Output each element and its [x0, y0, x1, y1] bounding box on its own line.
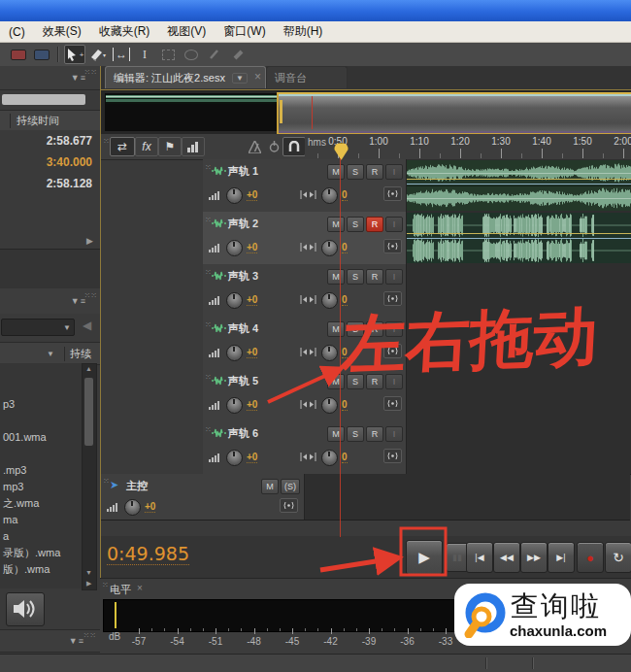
- master-track-header[interactable]: ⁙ ➤ 主控 M (S) +0: [101, 474, 305, 520]
- pan-value[interactable]: 0: [342, 242, 348, 253]
- volume-knob[interactable]: [226, 187, 243, 204]
- scroll-up-icon[interactable]: ▲: [85, 365, 92, 372]
- menu-item-1[interactable]: 效果(S): [34, 23, 90, 40]
- file-list-item[interactable]: [0, 446, 82, 462]
- solo-button[interactable]: S: [347, 426, 364, 442]
- mute-button[interactable]: M: [327, 217, 345, 232]
- solo-button[interactable]: S: [347, 269, 364, 285]
- input-monitor-button[interactable]: I: [385, 426, 403, 442]
- file-list-item[interactable]: 版）.wma: [0, 561, 82, 578]
- track-lane[interactable]: [407, 212, 631, 264]
- pan-knob[interactable]: [321, 397, 338, 414]
- lasso-tool-button[interactable]: [181, 45, 202, 64]
- preview-play-button[interactable]: [6, 592, 45, 626]
- stream-output-icon[interactable]: [383, 396, 402, 411]
- razor-tool-button[interactable]: ▾: [87, 45, 109, 64]
- pan-knob[interactable]: [321, 240, 338, 256]
- file-list-item[interactable]: p3: [0, 396, 82, 413]
- panel-grip-icon[interactable]: ⁙: [102, 584, 109, 588]
- file-list-item[interactable]: [0, 363, 82, 380]
- pan-knob[interactable]: [321, 345, 338, 361]
- duration-value[interactable]: 3:40.000: [0, 151, 100, 173]
- track-header[interactable]: ⁙ 声轨 1 M S R I +0 0: [203, 159, 407, 212]
- pan-value[interactable]: 0: [342, 189, 348, 201]
- arm-record-button[interactable]: R: [366, 217, 383, 232]
- move-tool-button[interactable]: +: [64, 45, 85, 64]
- master-track-lane[interactable]: [305, 474, 630, 520]
- audio-clip[interactable]: [407, 160, 631, 211]
- track-drag-handle[interactable]: ⁙: [205, 323, 212, 327]
- scrollbar-thumb[interactable]: [84, 378, 93, 446]
- scroll-down-icon[interactable]: ▼: [85, 569, 92, 576]
- file-list-scrollbar[interactable]: ▲ ▼ ▶: [82, 363, 97, 590]
- slip-tool-button[interactable]: ↔: [111, 45, 132, 64]
- menu-item-0[interactable]: (C): [0, 25, 34, 39]
- file-list-item[interactable]: [0, 380, 82, 396]
- navigator-range-box[interactable]: [277, 92, 631, 135]
- input-monitor-button[interactable]: I: [385, 269, 403, 285]
- range-left-handle[interactable]: [280, 100, 282, 123]
- close-icon[interactable]: ×: [254, 70, 261, 84]
- track-header[interactable]: ⁙ 声轨 2 M S R I +0 0: [203, 212, 407, 264]
- arm-record-button[interactable]: R: [366, 269, 383, 285]
- window-title-bar[interactable]: [0, 0, 631, 21]
- punch-record-icon[interactable]: [263, 137, 284, 156]
- track-name[interactable]: 声轨 3: [228, 269, 258, 284]
- files-filter-dropdown[interactable]: ▼: [1, 319, 75, 336]
- multitrack-view-button[interactable]: [31, 45, 52, 64]
- h-scrollbar-thumb[interactable]: [2, 94, 85, 105]
- rewind-button[interactable]: ◀◀: [493, 542, 520, 573]
- waveform-view-button[interactable]: [8, 45, 29, 64]
- file-list-item[interactable]: [0, 413, 82, 429]
- panel-grip-icon[interactable]: ⁙⁙: [84, 294, 97, 298]
- track-header[interactable]: ⁙ 声轨 6 M S R I +0 0: [203, 421, 407, 474]
- solo-button[interactable]: S: [347, 164, 364, 180]
- track-name[interactable]: 声轨 4: [228, 321, 258, 336]
- track-drag-handle[interactable]: ⁙: [205, 166, 212, 170]
- sends-button[interactable]: ⚑: [158, 137, 182, 156]
- file-list-item[interactable]: a: [0, 528, 82, 545]
- track-drag-handle[interactable]: ⁙: [103, 480, 110, 484]
- volume-value[interactable]: +0: [247, 399, 257, 411]
- paintbrush-tool-button[interactable]: [204, 45, 225, 64]
- file-list-item[interactable]: 001.wma: [0, 429, 82, 446]
- solo-safe-button[interactable]: (S): [281, 479, 300, 494]
- playhead-line[interactable]: [340, 158, 341, 537]
- track-drag-handle[interactable]: ⁙: [205, 428, 212, 432]
- arm-record-button[interactable]: R: [366, 164, 383, 180]
- volume-value[interactable]: +0: [145, 501, 155, 513]
- menu-item-4[interactable]: 窗口(W): [215, 23, 274, 40]
- stream-output-icon[interactable]: [383, 186, 402, 201]
- record-button[interactable]: ●: [577, 542, 604, 573]
- close-icon[interactable]: ×: [137, 583, 143, 593]
- stream-output-icon[interactable]: [280, 498, 298, 513]
- back-arrow-icon[interactable]: ◀: [83, 319, 91, 332]
- eq-button[interactable]: [182, 137, 205, 156]
- volume-knob[interactable]: [226, 292, 243, 309]
- track-name[interactable]: 声轨 1: [228, 164, 258, 179]
- file-list-item[interactable]: mp3: [0, 479, 82, 495]
- play-button[interactable]: ▶: [406, 540, 443, 575]
- track-name[interactable]: 声轨 2: [228, 217, 258, 231]
- panel-grip-icon[interactable]: ⁙⁙: [83, 634, 96, 638]
- pan-knob[interactable]: [321, 187, 338, 204]
- pan-knob[interactable]: [321, 450, 338, 466]
- tab-editor[interactable]: 编辑器: 江山此夜2.sesx ▼: [105, 66, 266, 88]
- files-column-header[interactable]: ▼ 持续: [0, 342, 100, 365]
- track-lane[interactable]: [407, 159, 631, 212]
- volume-knob[interactable]: [226, 345, 243, 361]
- fast-forward-button[interactable]: ▶▶: [520, 542, 548, 573]
- volume-value[interactable]: +0: [247, 294, 257, 306]
- duration-value[interactable]: 2:58.677: [0, 130, 100, 151]
- mute-button[interactable]: M: [261, 479, 279, 494]
- track-name[interactable]: 主控: [126, 479, 148, 493]
- zoom-navigator[interactable]: [101, 89, 631, 135]
- pan-knob[interactable]: [321, 292, 338, 309]
- arm-record-button[interactable]: R: [366, 426, 383, 442]
- mute-button[interactable]: M: [327, 164, 345, 180]
- track-name[interactable]: 声轨 5: [228, 374, 258, 388]
- file-list-item[interactable]: ma: [0, 512, 82, 528]
- stream-output-icon[interactable]: [383, 449, 402, 463]
- time-selection-tool-button[interactable]: I: [134, 45, 155, 64]
- tab-levels-label[interactable]: 电平: [110, 583, 131, 597]
